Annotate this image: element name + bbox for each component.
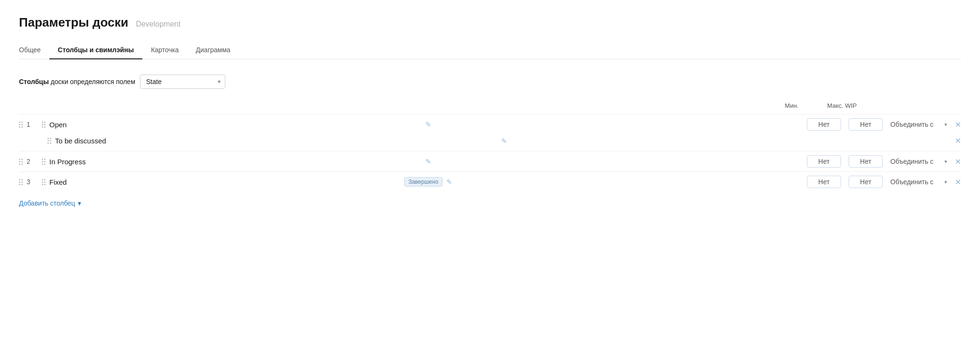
edit-icon-sub[interactable]: ✎: [501, 137, 507, 145]
column-number-1: 1: [27, 121, 38, 128]
tab-card[interactable]: Карточка: [142, 41, 187, 59]
section-label: Столбцы доски определяются полем State P…: [19, 75, 961, 89]
sub-column-name: To be discussed: [55, 137, 498, 145]
drag-dots-icon: [42, 122, 46, 128]
column-name-1: Open: [49, 121, 422, 129]
max-input-3[interactable]: [849, 176, 883, 188]
delete-icon-1[interactable]: ✕: [955, 120, 961, 129]
columns-table: Мин. Макс. WIP 1 Open ✎ Объ: [19, 102, 961, 192]
merge-select-wrapper-2[interactable]: Объединить с ▾: [890, 158, 947, 165]
drag-handle-2b[interactable]: [42, 159, 46, 165]
column-headers: Мин. Макс. WIP: [19, 102, 961, 112]
page-subtitle: Development: [136, 20, 180, 28]
column-name-2: In Progress: [49, 158, 422, 166]
max-input-2[interactable]: [849, 155, 883, 168]
column-number-2: 2: [27, 158, 38, 165]
table-row-sub: To be discussed ✎ ✕: [19, 134, 961, 149]
min-input-3[interactable]: [807, 176, 841, 188]
field-select-wrapper[interactable]: State Priority Type ▾: [140, 75, 225, 89]
tab-general[interactable]: Общее: [19, 41, 49, 59]
drag-dots-icon: [19, 159, 23, 165]
edit-icon-2[interactable]: ✎: [425, 158, 431, 165]
delete-icon-3[interactable]: ✕: [955, 178, 961, 187]
edit-icon-3[interactable]: ✎: [446, 178, 452, 186]
header-min: Мин.: [770, 102, 813, 109]
max-input-1[interactable]: [849, 118, 883, 131]
add-column-button[interactable]: Добавить столбец ▾: [19, 199, 81, 207]
min-input-1[interactable]: [807, 118, 841, 131]
min-input-2[interactable]: [807, 155, 841, 168]
edit-icon-1[interactable]: ✎: [425, 121, 431, 128]
drag-dots-icon: [19, 179, 23, 185]
page-header: Параметры доски Development: [19, 15, 961, 30]
add-column-chevron-icon: ▾: [78, 199, 81, 207]
drag-dots-icon: [42, 179, 46, 185]
drag-handle-3b[interactable]: [42, 179, 46, 185]
merge-select-wrapper-3[interactable]: Объединить с ▾: [890, 178, 947, 186]
drag-handle-1b[interactable]: [42, 122, 46, 128]
merge-select-wrapper-1[interactable]: Объединить с ▾: [890, 121, 947, 128]
table-row: 3 Fixed Завершено ✎ Объединить с ▾ ✕: [19, 171, 961, 192]
table-row: 2 In Progress ✎ Объединить с ▾ ✕: [19, 151, 961, 171]
table-row: 1 Open ✎ Объединить с ▾ ✕: [19, 114, 961, 134]
delete-icon-2[interactable]: ✕: [955, 157, 961, 166]
column-badge-3: Завершено: [404, 177, 443, 187]
drag-handle-sub[interactable]: [47, 138, 51, 144]
section-description: Столбцы доски определяются полем: [19, 78, 135, 85]
drag-dots-icon: [47, 138, 51, 144]
drag-dots-icon: [19, 122, 23, 128]
merge-select-3[interactable]: Объединить с: [890, 178, 947, 186]
drag-handle-1[interactable]: [19, 122, 23, 128]
column-number-3: 3: [27, 178, 38, 186]
add-column-label: Добавить столбец: [19, 199, 75, 207]
drag-handle-3[interactable]: [19, 179, 23, 185]
delete-icon-sub[interactable]: ✕: [955, 136, 961, 145]
tabs-nav: Общее Столбцы и свимлэйны Карточка Диагр…: [19, 41, 961, 59]
field-select[interactable]: State Priority Type: [140, 75, 225, 89]
drag-handle-2[interactable]: [19, 159, 23, 165]
merge-select-1[interactable]: Объединить с: [890, 121, 947, 128]
header-max: Макс. WIP: [821, 102, 863, 109]
drag-dots-icon: [42, 159, 46, 165]
merge-select-2[interactable]: Объединить с: [890, 158, 947, 165]
tab-columns[interactable]: Столбцы и свимлэйны: [49, 41, 142, 59]
tab-diagram[interactable]: Диаграмма: [187, 41, 239, 59]
column-name-3: Fixed: [49, 178, 400, 186]
page-title: Параметры доски: [19, 15, 128, 30]
